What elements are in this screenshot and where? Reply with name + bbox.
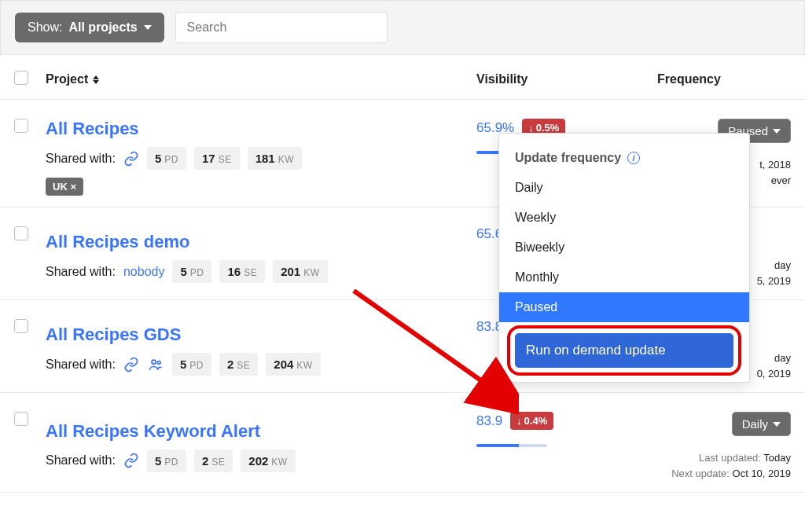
row-checkbox[interactable] bbox=[14, 119, 28, 133]
frequency-option[interactable]: Daily bbox=[499, 173, 749, 203]
visibility-delta-badge: ↓ 0.4% bbox=[510, 412, 553, 430]
shared-with-label: Shared with: bbox=[46, 453, 116, 468]
stat-chip-kw: 201 KW bbox=[273, 260, 327, 283]
column-header-visibility[interactable]: Visibility bbox=[476, 72, 657, 86]
row-checkbox[interactable] bbox=[14, 319, 28, 333]
chevron-down-icon bbox=[773, 422, 781, 427]
shared-with-label: Shared with: bbox=[46, 358, 116, 372]
row-checkbox[interactable] bbox=[14, 226, 28, 240]
project-title-link[interactable]: All Recipes Keyword Alert bbox=[46, 421, 260, 442]
svg-point-0 bbox=[152, 360, 156, 364]
spark-bar bbox=[476, 444, 547, 447]
search-input[interactable] bbox=[175, 12, 388, 43]
chevron-down-icon bbox=[773, 129, 781, 134]
link-icon[interactable] bbox=[123, 453, 139, 468]
show-filter-value: All projects bbox=[68, 20, 137, 35]
stat-chip-pd: 5 PD bbox=[147, 147, 186, 170]
info-icon[interactable]: i bbox=[627, 152, 640, 164]
frequency-option[interactable]: Paused bbox=[499, 292, 749, 322]
stat-chip-se: 2 SE bbox=[219, 353, 258, 376]
project-title-link[interactable]: All Recipes GDS bbox=[46, 325, 181, 345]
link-icon[interactable] bbox=[123, 357, 139, 372]
column-header-frequency[interactable]: Frequency bbox=[657, 72, 791, 86]
frequency-button[interactable]: Daily bbox=[732, 412, 791, 436]
show-filter-prefix: Show: bbox=[28, 20, 62, 35]
stat-chip-kw: 202 KW bbox=[241, 449, 295, 472]
select-all-checkbox[interactable] bbox=[14, 71, 28, 85]
show-filter-button[interactable]: Show: All projects bbox=[15, 13, 164, 42]
frequency-dropdown: Update frequency i DailyWeeklyBiweeklyMo… bbox=[498, 133, 750, 383]
stat-chip-kw: 181 KW bbox=[248, 147, 302, 170]
table-row: All Recipes Shared with: 5 PD 17 SE 181 … bbox=[0, 100, 805, 207]
table-header: Project Visibility Frequency bbox=[0, 55, 805, 100]
table-row: All Recipes Keyword Alert Shared with: 5… bbox=[0, 393, 805, 493]
svg-point-1 bbox=[157, 361, 160, 364]
run-on-demand-button[interactable]: Run on demand update bbox=[515, 333, 733, 368]
frequency-option[interactable]: Monthly bbox=[499, 262, 749, 292]
project-title-link[interactable]: All Recipes bbox=[46, 119, 139, 139]
tag-chip[interactable]: UK × bbox=[46, 178, 83, 196]
visibility-value: 83.9 bbox=[476, 413, 502, 429]
stat-chip-pd: 5 PD bbox=[172, 353, 211, 376]
project-title-link[interactable]: All Recipes demo bbox=[46, 232, 189, 252]
stat-chip-se: 17 SE bbox=[194, 147, 240, 170]
update-meta: Last updated: Today Next update: Oct 10,… bbox=[657, 450, 791, 481]
shared-nobody: nobody bbox=[123, 265, 165, 279]
shared-with-label: Shared with: bbox=[46, 152, 116, 166]
sort-icon bbox=[93, 75, 99, 84]
link-icon[interactable] bbox=[123, 151, 139, 167]
dropdown-title: Update frequency bbox=[515, 151, 621, 165]
stat-chip-se: 2 SE bbox=[194, 449, 233, 472]
stat-chip-kw: 204 KW bbox=[266, 353, 320, 376]
chevron-down-icon bbox=[144, 25, 152, 30]
people-icon[interactable] bbox=[147, 357, 164, 372]
stat-chip-pd: 5 PD bbox=[147, 449, 186, 472]
row-checkbox[interactable] bbox=[14, 412, 28, 426]
stat-chip-se: 16 SE bbox=[219, 260, 265, 283]
stat-chip-pd: 5 PD bbox=[172, 260, 211, 283]
shared-with-label: Shared with: bbox=[46, 265, 116, 279]
column-header-project[interactable]: Project bbox=[46, 72, 476, 86]
frequency-option[interactable]: Biweekly bbox=[499, 233, 749, 262]
frequency-option[interactable]: Weekly bbox=[499, 203, 749, 233]
